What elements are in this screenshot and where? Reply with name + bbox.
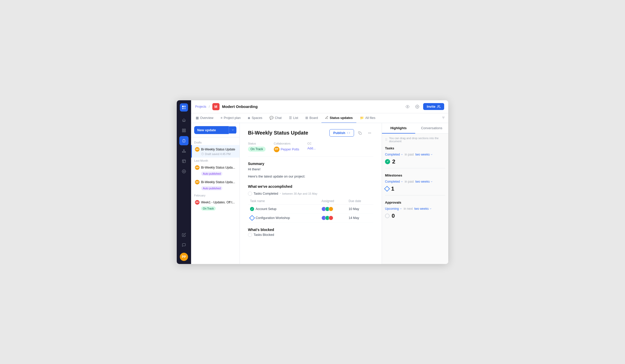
tasks-blocked-circle (248, 233, 252, 237)
all-files-icon: 📁 (360, 116, 364, 120)
invite-label: Invite (427, 105, 435, 108)
svg-rect-17 (359, 133, 361, 135)
tab-project-plan[interactable]: ≡ Project plan (217, 114, 244, 123)
sidebar: PP (177, 100, 191, 264)
avatar: PP (195, 180, 200, 184)
list-icon: ☰ (289, 116, 292, 120)
svg-point-9 (183, 171, 184, 172)
new-update-button[interactable]: New update (194, 126, 229, 134)
doc-actions: Publish (329, 129, 373, 137)
avatar-sm (329, 216, 333, 220)
svg-rect-3 (184, 108, 186, 109)
user-avatar[interactable]: PP (180, 253, 188, 261)
update-item[interactable]: PP Bi-Weekly Status Update Draft saved 4… (191, 145, 239, 158)
status-updates-icon (325, 116, 328, 120)
settings-button[interactable] (413, 103, 421, 111)
updates-panel: New update Drafts PP Bi-Weekly Status Up… (191, 123, 240, 264)
avatar-stack (321, 216, 345, 220)
app-logo[interactable] (180, 103, 188, 112)
doc-title: Bi-Weekly Status Update (248, 130, 308, 136)
update-item-sub: Draft saved 4:45 PM (195, 152, 236, 156)
tab-overview[interactable]: ▦ Overview (192, 113, 217, 123)
sidebar-item-home[interactable] (179, 116, 189, 125)
task-table: Task name Assigned Due date ✓ Accoun (248, 198, 373, 223)
avatar: PP (195, 200, 200, 205)
summary-text-2: Here's the latest update on our project: (248, 174, 373, 179)
tab-board[interactable]: ⊞ Board (302, 113, 321, 123)
sidebar-item-grid[interactable] (179, 126, 189, 135)
tasks-check-icon: ✓ (385, 159, 390, 164)
avatar-stack (321, 207, 345, 211)
filter-button[interactable] (440, 114, 447, 122)
collaborator-value[interactable]: PP Pepper Potts (274, 147, 299, 152)
milestones-period-filter[interactable]: two weeks (415, 180, 433, 183)
svg-point-11 (417, 106, 418, 107)
sidebar-item-people[interactable] (179, 146, 189, 156)
hl-approvals-title: Approvals (385, 201, 445, 204)
tasks-blocked-label: Tasks Blocked (254, 233, 274, 237)
invite-button[interactable]: Invite (423, 103, 444, 110)
update-item[interactable]: PP Bi-Weekly Status Upda... Auto publish… (191, 163, 239, 178)
on-track-badge: On Track (248, 147, 266, 152)
breadcrumb-separator: / (209, 105, 210, 108)
table-row[interactable]: ✓ Account Setup (248, 205, 373, 214)
tasks-period-filter[interactable]: two weeks (415, 153, 433, 156)
update-item[interactable]: PP Bi-Weekly Status Upda... Auto publish… (191, 178, 239, 192)
tasks-completed-label: Tasks Completed (254, 192, 278, 195)
approvals-status-filter[interactable]: Upcoming (385, 207, 402, 211)
publish-button[interactable]: Publish (329, 129, 354, 137)
update-item[interactable]: PP Week1 - Updates. Off t... On Track (191, 198, 239, 213)
summary-heading: Summary (248, 162, 373, 166)
copy-button[interactable] (356, 129, 364, 137)
project-plan-icon: ≡ (221, 116, 222, 120)
accomplished-section: What we've accomplished Tasks Completed … (248, 184, 373, 223)
blocked-row: Tasks Blocked (248, 233, 373, 237)
more-button[interactable] (366, 129, 373, 137)
sidebar-item-tasks[interactable] (179, 136, 189, 145)
sidebar-item-settings[interactable] (179, 167, 189, 176)
hl-milestones-filter-row: Completed in past two weeks (385, 180, 445, 183)
tasks-status-filter[interactable]: Completed (385, 153, 403, 156)
collaborator-avatar: PP (274, 147, 279, 152)
update-item-title: Week1 - Updates. Off t... (201, 201, 236, 204)
tab-all-files[interactable]: 📁 All files (356, 113, 379, 123)
cc-block: CC Add... (307, 142, 316, 152)
tab-chat[interactable]: 💬 Chat (266, 113, 285, 123)
updates-list: Drafts PP Bi-Weekly Status Update Draft … (191, 137, 239, 264)
blocked-section: What's blocked Tasks Blocked (248, 228, 373, 237)
status-value[interactable]: On Track (248, 147, 266, 152)
tab-spaces[interactable]: ◈ Spaces (244, 113, 266, 123)
cc-value: Add... (307, 147, 316, 150)
breadcrumb[interactable]: Projects (195, 105, 206, 108)
top-bar: Projects / M Modert Onboarding Invite (191, 100, 448, 113)
drag-dots-icon: ⠿ (385, 138, 388, 142)
new-update-dropdown-button[interactable] (229, 126, 236, 134)
task-name-cell: Configuration Workshop (248, 214, 319, 223)
cc-add-link[interactable]: Add... (307, 147, 316, 150)
collaborators-block: Collaborators PP Pepper Potts (274, 142, 299, 152)
watch-button[interactable] (404, 103, 411, 111)
highlights-tabs: Highlights Conversations (382, 123, 448, 134)
doc-title-row: Bi-Weekly Status Update Publish (248, 129, 373, 137)
collaborator-name: Pepper Potts (281, 148, 299, 151)
sidebar-item-chat[interactable] (179, 240, 189, 250)
tasks-count: ✓ 2 (385, 158, 445, 165)
approvals-period-filter[interactable]: two weeks (414, 207, 432, 211)
update-item-title: Bi-Weekly Status Upda... (201, 180, 236, 184)
tab-list[interactable]: ☰ List (285, 113, 302, 123)
diamond-icon (249, 215, 255, 221)
tab-highlights[interactable]: Highlights (382, 123, 415, 134)
chat-icon: 💬 (269, 116, 274, 120)
sidebar-item-extensions[interactable] (179, 230, 189, 239)
document-panel: Bi-Weekly Status Update Publish (240, 123, 382, 264)
collaborators-label: Collaborators (274, 142, 299, 145)
tab-status-updates[interactable]: Status updates (321, 113, 356, 123)
svg-rect-0 (182, 106, 184, 107)
milestones-status-filter[interactable]: Completed (385, 180, 403, 183)
project-title: Modert Onboarding (222, 104, 401, 109)
tab-conversations[interactable]: Conversations (415, 123, 449, 134)
update-item-header: PP Bi-Weekly Status Update (195, 147, 236, 152)
table-row[interactable]: Configuration Workshop (248, 214, 373, 223)
sidebar-item-layout[interactable] (179, 157, 189, 166)
project-icon: M (212, 103, 220, 110)
